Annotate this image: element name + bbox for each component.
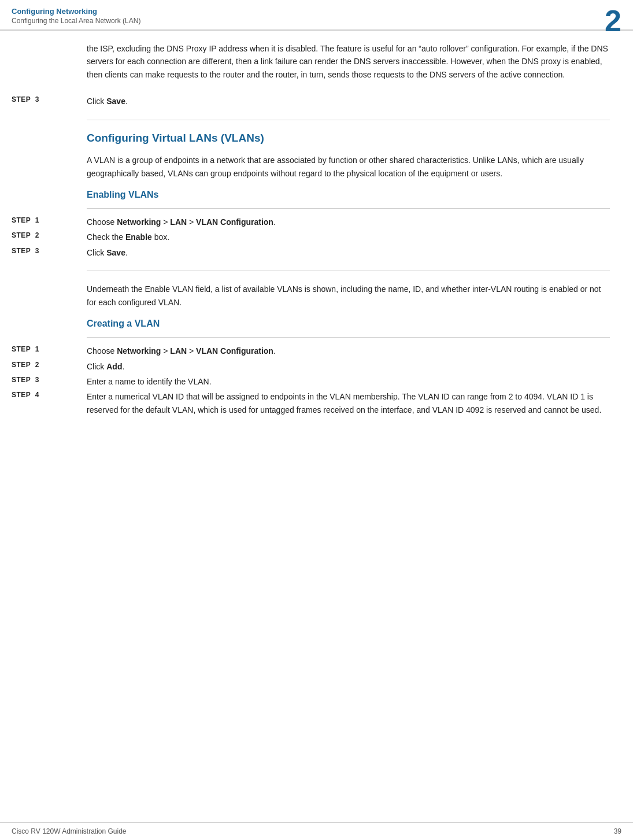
enabling-step-1-row: STEP 1 Choose Networking > LAN > VLAN Co… xyxy=(87,216,610,228)
footer-right: 39 xyxy=(614,827,621,835)
page-footer: Cisco RV 120W Administration Guide 39 xyxy=(0,822,633,840)
networking-bold-1: Networking xyxy=(117,217,161,227)
header-subtitle: Configuring the Local Area Network (LAN) xyxy=(12,17,621,25)
header-title: Configuring Networking xyxy=(12,7,621,16)
enabling-step-1-content: Choose Networking > LAN > VLAN Configura… xyxy=(87,216,610,228)
lan-bold-2: LAN xyxy=(170,346,187,356)
creating-step-1-label: STEP 1 xyxy=(12,345,87,353)
vlan-section-heading: Configuring Virtual LANs (VLANs) xyxy=(87,132,610,145)
creating-vlan-divider xyxy=(87,337,610,338)
enabling-step-3-row: STEP 3 Click Save. xyxy=(87,246,610,259)
footer-left: Cisco RV 120W Administration Guide xyxy=(12,827,127,835)
lan-bold-1: LAN xyxy=(170,217,187,227)
creating-step-3-content: Enter a name to identify the VLAN. xyxy=(87,375,610,388)
enabling-vlans-heading: Enabling VLANs xyxy=(87,190,610,200)
enabling-step-3-content: Click Save. xyxy=(87,246,610,259)
creating-step-1-row: STEP 1 Choose Networking > LAN > VLAN Co… xyxy=(87,345,610,357)
add-bold: Add xyxy=(106,362,122,371)
creating-step-3-row: STEP 3 Enter a name to identify the VLAN… xyxy=(87,375,610,388)
creating-step-2-content: Click Add. xyxy=(87,360,610,373)
save-bold: Save xyxy=(106,97,125,106)
intro-paragraph: the ISP, excluding the DNS Proxy IP addr… xyxy=(87,42,610,81)
page-header: 2 Configuring Networking Configuring the… xyxy=(0,0,633,31)
step-3-save-row: STEP 3 Click Save. xyxy=(87,95,610,108)
content-area: the ISP, excluding the DNS Proxy IP addr… xyxy=(0,31,633,430)
creating-step-2-label: STEP 2 xyxy=(12,360,87,369)
enabling-step-3-label: STEP 3 xyxy=(12,246,87,255)
creating-step-1-content: Choose Networking > LAN > VLAN Configura… xyxy=(87,345,610,357)
creating-step-2-row: STEP 2 Click Add. xyxy=(87,360,610,373)
step-3-save-content: Click Save. xyxy=(87,95,610,108)
creating-step-4-row: STEP 4 Enter a numerical VLAN ID that wi… xyxy=(87,390,610,416)
networking-bold-2: Networking xyxy=(117,346,161,356)
creating-vlan-heading: Creating a VLAN xyxy=(87,319,610,329)
enabling-step-1-label: STEP 1 xyxy=(12,216,87,224)
vlan-config-bold-1: VLAN Configuration xyxy=(196,217,273,227)
step-3-save-label: STEP 3 xyxy=(12,95,87,103)
enabling-step-2-row: STEP 2 Check the Enable box. xyxy=(87,231,610,243)
creating-step-4-content: Enter a numerical VLAN ID that will be a… xyxy=(87,390,610,416)
vlan-config-bold-2: VLAN Configuration xyxy=(196,346,273,356)
creating-step-3-label: STEP 3 xyxy=(12,375,87,384)
enabling-step-2-content: Check the Enable box. xyxy=(87,231,610,243)
page-container: 2 Configuring Networking Configuring the… xyxy=(0,0,633,840)
enable-bold: Enable xyxy=(125,232,152,242)
after-enable-text: Underneath the Enable VLAN field, a list… xyxy=(87,283,610,309)
chapter-number: 2 xyxy=(605,6,621,36)
enabling-step-2-label: STEP 2 xyxy=(12,231,87,239)
creating-step-4-label: STEP 4 xyxy=(12,390,87,399)
save-bold-2: Save xyxy=(106,248,125,257)
main-content: the ISP, excluding the DNS Proxy IP addr… xyxy=(87,42,610,416)
section-divider-2 xyxy=(87,271,610,271)
vlan-description: A VLAN is a group of endpoints in a netw… xyxy=(87,154,610,180)
enabling-vlans-divider xyxy=(87,208,610,209)
section-divider-1 xyxy=(87,120,610,120)
